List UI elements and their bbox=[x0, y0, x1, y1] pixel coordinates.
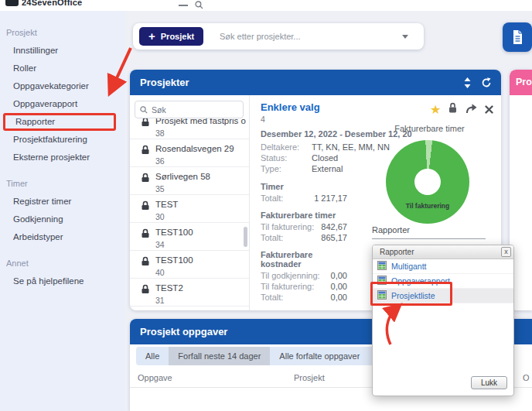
project-row[interactable]: Sørlivegen 5835 bbox=[130, 167, 249, 195]
share-arrow-icon[interactable] bbox=[465, 103, 478, 117]
popup-item-multigantt[interactable]: Multigantt bbox=[373, 259, 513, 274]
right-side-panel-header: Prosjekt bbox=[510, 70, 532, 95]
project-tasks-panel-title: Prosjekt oppgaver bbox=[140, 326, 227, 337]
figures-section-fakturerbare-timer: Fakturerbare timerTil fakturering:842,67… bbox=[261, 211, 347, 243]
figures-value: 0,00 bbox=[331, 293, 347, 303]
tab-alle-forfalte-oppgaver[interactable]: Alle forfalte oppgaver bbox=[270, 347, 369, 365]
lock-icon bbox=[141, 116, 150, 139]
document-button[interactable] bbox=[503, 22, 532, 52]
project-row[interactable]: TEST10034 bbox=[130, 223, 249, 251]
refresh-icon[interactable] bbox=[481, 77, 492, 88]
plus-icon: + bbox=[148, 30, 155, 42]
sidebar-item-roller[interactable]: Roller bbox=[0, 60, 125, 77]
tab-forfall-neste-14-dager[interactable]: Forfall neste 14 dager bbox=[169, 347, 270, 365]
reports-dropdown[interactable]: Rapporter bbox=[372, 225, 486, 239]
project-info-rows: Deltakere:TT, KN, EE, MM, NNStatus:Close… bbox=[261, 142, 390, 174]
figures-row: Totalt:865,17 bbox=[261, 233, 347, 243]
reports-popup-titlebar[interactable]: Rapporter x bbox=[373, 245, 513, 259]
sidebar-item-innstillinger[interactable]: Innstillinger bbox=[0, 42, 125, 60]
chevron-down-icon[interactable] bbox=[402, 35, 408, 39]
project-list-column: Søk Prosjekt med fastpris o38Rosendalsve… bbox=[130, 95, 250, 310]
sidebar-item-rapporter[interactable]: Rapporter bbox=[3, 113, 116, 131]
popup-lukk-button[interactable]: Lukk bbox=[471, 376, 507, 389]
figures-label: Til fakturering: bbox=[261, 222, 314, 232]
document-icon bbox=[511, 29, 523, 45]
sidebar-item-oppgavekategorier[interactable]: Oppgavekategorier bbox=[0, 77, 125, 95]
popup-item-label: Prosjektliste bbox=[391, 291, 435, 300]
figures-section-title: Fakturerbare kostnader bbox=[261, 250, 347, 269]
project-row[interactable]: TEST231 bbox=[130, 279, 249, 307]
sidebar-section-prosjekt: Prosjekt bbox=[6, 28, 125, 37]
billable-hours-donut-chart bbox=[386, 140, 469, 224]
project-name: TEST100 bbox=[155, 255, 193, 265]
info-value: TT, KN, EE, MM, NN bbox=[312, 142, 390, 152]
project-detail-number: 4 bbox=[261, 115, 265, 124]
app-window: 24SevenOffice ProsjektInnstillingerRolle… bbox=[0, 0, 532, 411]
sidebar-item-prosjektfakturering[interactable]: Prosjektfakturering bbox=[0, 131, 125, 149]
project-row-text: Prosjekt med fastpris o38 bbox=[155, 116, 246, 139]
scrollbar-thumb[interactable] bbox=[244, 227, 247, 247]
donut-slice-label: Til fakturering bbox=[386, 202, 469, 210]
new-project-button-label: Prosjekt bbox=[161, 32, 194, 41]
project-search-input[interactable]: Søk etter prosjekter... bbox=[220, 32, 301, 41]
popup-item-oppgaverapport[interactable]: Oppgaverapport bbox=[373, 274, 513, 289]
popup-item-prosjektliste[interactable]: Prosjektliste bbox=[373, 289, 513, 303]
app-logo-text: 24SevenOffice bbox=[22, 0, 82, 7]
figures-section-timer: TimerTotalt:1 217,17 bbox=[261, 182, 347, 204]
popup-item-label: Multigantt bbox=[391, 262, 427, 271]
project-row-text: TEST10040 bbox=[155, 255, 193, 278]
figures-label: Totalt: bbox=[261, 194, 283, 204]
project-toolbar: + Prosjekt Søk etter prosjekter... bbox=[133, 23, 424, 50]
app-logo-icon bbox=[5, 0, 19, 6]
project-row[interactable]: TEST30 bbox=[130, 195, 249, 223]
sidebar-item-eksterne-prosjekter[interactable]: Eksterne prosjekter bbox=[0, 149, 125, 166]
figures-value: 1 217,17 bbox=[314, 194, 347, 204]
new-project-button[interactable]: + Prosjekt bbox=[139, 27, 203, 46]
reports-popup-title: Rapporter bbox=[380, 248, 414, 256]
sidebar-item-registrer-timer[interactable]: Registrer timer bbox=[0, 193, 125, 211]
sidebar-item-arbeidstyper[interactable]: Arbeidstyper bbox=[0, 228, 125, 246]
lock-icon bbox=[141, 144, 150, 166]
sort-arrows-icon[interactable] bbox=[464, 77, 471, 88]
donut-hole bbox=[414, 169, 441, 195]
figures-section-fakturerbare-kostnader: Fakturerbare kostnaderTil godkjenning:0,… bbox=[261, 250, 347, 303]
project-row[interactable]: TEST10040 bbox=[130, 251, 249, 279]
sidebar-item-se-p-hjelpefilene[interactable]: Se på hjelpefilene bbox=[0, 272, 125, 290]
sidebar-section-annet: Annet bbox=[6, 259, 125, 268]
lock-icon bbox=[141, 255, 150, 278]
figures-label: Til godkjenning: bbox=[261, 271, 320, 281]
search-icon[interactable] bbox=[195, 1, 203, 9]
project-list-search-input[interactable]: Søk bbox=[135, 101, 244, 118]
project-row-text: Sørlivegen 5835 bbox=[155, 172, 210, 194]
lock-icon bbox=[141, 200, 150, 222]
lock-icon bbox=[141, 172, 150, 194]
tab-alle[interactable]: Alle bbox=[136, 347, 169, 365]
favorite-star-icon[interactable]: ★ bbox=[430, 104, 441, 116]
sidebar-item-oppgaverapport[interactable]: Oppgaverapport bbox=[0, 95, 125, 113]
project-row-text: TEST231 bbox=[155, 283, 183, 306]
figures-row: Til fakturering:842,67 bbox=[261, 222, 347, 232]
close-x-icon[interactable] bbox=[485, 103, 493, 117]
donut-chart-title: Fakturerbare timer bbox=[381, 124, 478, 133]
sidebar-item-godkjenning[interactable]: Godkjenning bbox=[0, 211, 125, 228]
project-row[interactable]: Rosendalsvegen 2936 bbox=[130, 139, 249, 167]
figures-section-title: Fakturerbare timer bbox=[261, 211, 347, 220]
project-number: 36 bbox=[155, 156, 234, 166]
detail-action-icons: ★ bbox=[430, 102, 493, 117]
popup-close-button[interactable]: x bbox=[501, 247, 511, 257]
figures-value: 865,17 bbox=[321, 233, 347, 243]
column-header-o: O bbox=[523, 373, 530, 382]
project-row-text: Rosendalsvegen 2936 bbox=[155, 144, 234, 166]
report-icon bbox=[377, 261, 387, 272]
minimize-icon[interactable] bbox=[179, 5, 188, 6]
info-label: Deltakere: bbox=[261, 142, 312, 152]
projects-panel-header: Prosjekter bbox=[130, 70, 501, 95]
lock-icon[interactable] bbox=[448, 102, 458, 117]
project-figures-sections: TimerTotalt:1 217,17Fakturerbare timerTi… bbox=[261, 182, 347, 310]
top-bar: 24SevenOffice bbox=[0, 0, 532, 11]
info-row: Deltakere:TT, KN, EE, MM, NN bbox=[261, 142, 390, 152]
sidebar-section-timer: Timer bbox=[6, 179, 125, 188]
project-list: Prosjekt med fastpris o38Rosendalsvegen … bbox=[130, 111, 249, 310]
lock-icon bbox=[141, 283, 150, 306]
info-row: Status:Closed bbox=[261, 152, 390, 163]
